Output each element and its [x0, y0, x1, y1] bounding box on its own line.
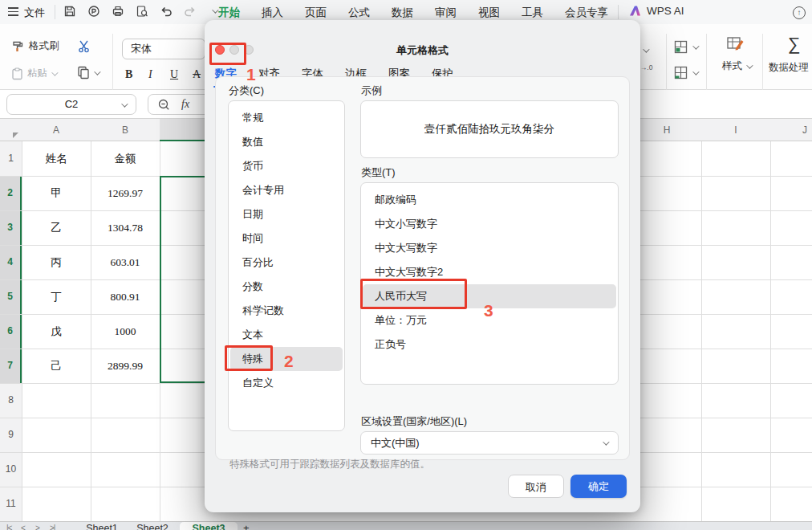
menu-item-工具[interactable]: 工具: [522, 6, 543, 20]
row-header-3[interactable]: 3: [0, 210, 22, 245]
cell-b4[interactable]: 603.01: [91, 245, 160, 279]
row-header-7[interactable]: 7: [0, 349, 22, 383]
select-all-corner[interactable]: [13, 132, 18, 138]
save-icon[interactable]: [63, 4, 77, 18]
row-header-6[interactable]: 6: [0, 314, 22, 349]
style-button[interactable]: 样式: [722, 59, 751, 73]
row-header-8[interactable]: 8: [0, 383, 22, 418]
category-数值[interactable]: 数值: [229, 130, 344, 154]
menu-item-页面[interactable]: 页面: [305, 6, 327, 20]
cancel-button[interactable]: 取消: [508, 475, 564, 498]
menu-item-开始[interactable]: 开始: [218, 6, 240, 20]
cell-b3[interactable]: 1304.78: [91, 210, 160, 245]
type-中文小写数字[interactable]: 中文小写数字: [361, 212, 618, 236]
cell-a5[interactable]: 丁: [22, 279, 91, 314]
menu-item-数据[interactable]: 数据: [392, 6, 413, 20]
category-日期[interactable]: 日期: [229, 202, 344, 226]
column-header-H[interactable]: H: [664, 119, 671, 141]
style-dropdown-icon[interactable]: [746, 62, 753, 68]
merge-dropdown-icon[interactable]: [692, 43, 699, 49]
type-正负号[interactable]: 正负号: [361, 332, 618, 357]
upload-icon[interactable]: ↑: [793, 6, 806, 19]
underline-button[interactable]: U: [170, 68, 178, 81]
row-header-5[interactable]: 5: [0, 279, 22, 314]
sheet-nav-0[interactable]: |<: [6, 524, 11, 530]
row-header-9[interactable]: 9: [0, 418, 22, 452]
region-select[interactable]: 中文(中国): [360, 431, 619, 455]
cell-b2[interactable]: 1269.97: [91, 176, 160, 210]
export-icon[interactable]: [87, 4, 101, 18]
copy-dropdown-icon[interactable]: [94, 68, 100, 75]
redo-icon[interactable]: [183, 4, 197, 18]
category-自定义[interactable]: 自定义: [229, 371, 344, 395]
strikethrough-button[interactable]: A: [193, 68, 201, 81]
borders-button[interactable]: [674, 66, 697, 80]
sheet-nav-1[interactable]: <: [21, 524, 25, 530]
bold-button[interactable]: B: [125, 68, 132, 81]
sheet-tab-Sheet2[interactable]: Sheet2: [136, 523, 168, 530]
print-preview-icon[interactable]: [135, 4, 149, 18]
category-百分比[interactable]: 百分比: [229, 251, 344, 275]
cell-a1[interactable]: 姓名: [22, 141, 91, 176]
category-分数[interactable]: 分数: [229, 275, 344, 299]
number-format-dropdown-icon[interactable]: [643, 46, 649, 52]
category-时间[interactable]: 时间: [229, 226, 344, 251]
cut-button[interactable]: [77, 39, 91, 53]
merge-cells-button[interactable]: [674, 40, 697, 54]
paste-dropdown-icon[interactable]: [51, 69, 58, 75]
cell-b5[interactable]: 800.91: [91, 279, 160, 314]
row-header-10[interactable]: 10: [0, 452, 22, 487]
sheet-tab-Sheet1[interactable]: Sheet1: [86, 523, 118, 530]
menu-item-视图[interactable]: 视图: [478, 6, 500, 20]
category-常规[interactable]: 常规: [229, 106, 344, 130]
row-header-1[interactable]: 1: [0, 141, 22, 176]
cell-a7[interactable]: 己: [22, 349, 91, 383]
menu-item-审阅[interactable]: 审阅: [435, 6, 457, 20]
menu-item-插入[interactable]: 插入: [262, 6, 283, 20]
menu-item-公式[interactable]: 公式: [348, 6, 370, 20]
sheet-nav-2[interactable]: >: [35, 524, 39, 530]
sheet-nav-3[interactable]: >|: [50, 524, 55, 530]
print-icon[interactable]: [111, 4, 125, 18]
cell-a3[interactable]: 乙: [22, 210, 91, 245]
row-header-2[interactable]: 2: [0, 176, 22, 210]
category-会计专用[interactable]: 会计专用: [229, 178, 344, 202]
category-科学记数[interactable]: 科学记数: [229, 299, 344, 323]
category-文本[interactable]: 文本: [229, 323, 344, 347]
type-邮政编码[interactable]: 邮政编码: [361, 188, 618, 212]
copy-button[interactable]: [77, 66, 99, 80]
sum-icon[interactable]: ∑: [788, 34, 801, 55]
column-header-I[interactable]: I: [734, 119, 737, 141]
add-sheet-button[interactable]: +: [243, 522, 250, 530]
cell-a6[interactable]: 戊: [22, 314, 91, 349]
undo-icon[interactable]: [159, 4, 173, 18]
cell-b1[interactable]: 金额: [91, 141, 160, 176]
cell-b6[interactable]: 1000: [91, 314, 160, 349]
wps-ai-button[interactable]: WPS AI: [629, 5, 684, 17]
type-中文大写数字[interactable]: 中文大写数字: [361, 236, 618, 260]
name-box-dropdown-icon[interactable]: [121, 100, 128, 107]
cell-a2[interactable]: 甲: [22, 176, 91, 210]
format-painter-button[interactable]: 格式刷: [11, 39, 59, 53]
zoom-out-icon[interactable]: [158, 99, 170, 111]
column-header-B[interactable]: B: [122, 119, 128, 141]
sheet-tab-Sheet3[interactable]: Sheet3: [193, 523, 225, 530]
fx-icon[interactable]: fx: [181, 98, 189, 111]
ok-button[interactable]: 确定: [570, 475, 627, 498]
cell-b7[interactable]: 2899.99: [91, 349, 160, 383]
row-header-11[interactable]: 11: [0, 487, 22, 521]
category-货币[interactable]: 货币: [229, 154, 344, 178]
row-header-4[interactable]: 4: [0, 245, 22, 279]
paste-button[interactable]: 粘贴: [11, 67, 56, 80]
name-box[interactable]: C2: [6, 94, 136, 115]
font-name-select[interactable]: 宋体: [122, 39, 205, 59]
file-menu[interactable]: 文件: [24, 6, 45, 20]
cell-a4[interactable]: 丙: [22, 245, 91, 279]
data-process-button[interactable]: 数据处理: [769, 61, 809, 75]
column-header-A[interactable]: A: [53, 119, 59, 141]
italic-button[interactable]: I: [148, 68, 152, 81]
column-header-J[interactable]: J: [802, 119, 807, 141]
hamburger-icon[interactable]: [8, 7, 18, 16]
menu-item-会员专享[interactable]: 会员专享: [565, 6, 608, 20]
borders-dropdown-icon[interactable]: [692, 68, 699, 75]
